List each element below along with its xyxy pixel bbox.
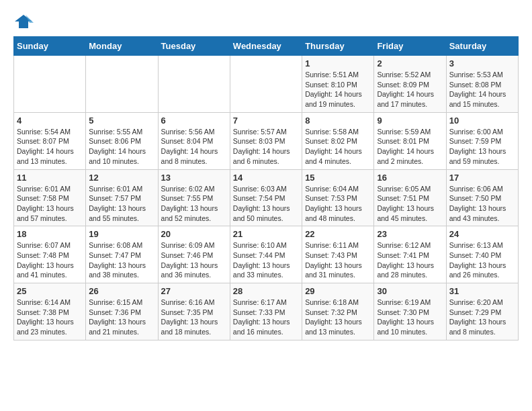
- day-info: Sunrise: 6:10 AM Sunset: 7:44 PM Dayligh…: [233, 240, 299, 280]
- day-info: Sunrise: 6:01 AM Sunset: 7:57 PM Dayligh…: [89, 184, 154, 224]
- day-cell: [14, 56, 86, 113]
- header-monday: Monday: [86, 37, 158, 56]
- day-cell: 2Sunrise: 5:52 AM Sunset: 8:09 PM Daylig…: [374, 56, 446, 113]
- day-info: Sunrise: 6:04 AM Sunset: 7:53 PM Dayligh…: [305, 184, 371, 224]
- day-number: 14: [233, 173, 299, 183]
- day-cell: 29Sunrise: 6:18 AM Sunset: 7:32 PM Dayli…: [302, 283, 374, 340]
- day-number: 12: [89, 173, 154, 183]
- day-number: 22: [305, 229, 371, 239]
- day-cell: [158, 56, 230, 113]
- day-number: 9: [377, 116, 443, 126]
- day-number: 27: [161, 286, 227, 296]
- week-row-2: 4Sunrise: 5:54 AM Sunset: 8:07 PM Daylig…: [14, 112, 519, 169]
- day-info: Sunrise: 6:18 AM Sunset: 7:32 PM Dayligh…: [305, 298, 371, 337]
- day-cell: 25Sunrise: 6:14 AM Sunset: 7:38 PM Dayli…: [14, 283, 86, 340]
- header-sunday: Sunday: [14, 37, 86, 56]
- header-wednesday: Wednesday: [230, 37, 302, 56]
- day-cell: 11Sunrise: 6:01 AM Sunset: 7:58 PM Dayli…: [14, 169, 86, 226]
- day-number: 19: [89, 229, 154, 239]
- day-number: 11: [17, 173, 83, 183]
- day-number: 10: [449, 116, 515, 126]
- day-cell: 13Sunrise: 6:02 AM Sunset: 7:55 PM Dayli…: [158, 169, 230, 226]
- day-number: 18: [17, 229, 83, 239]
- day-info: Sunrise: 6:17 AM Sunset: 7:33 PM Dayligh…: [233, 298, 299, 337]
- day-cell: 27Sunrise: 6:16 AM Sunset: 7:35 PM Dayli…: [158, 283, 230, 340]
- day-cell: 18Sunrise: 6:07 AM Sunset: 7:48 PM Dayli…: [14, 226, 86, 283]
- day-number: 4: [17, 116, 83, 126]
- day-cell: 4Sunrise: 5:54 AM Sunset: 8:07 PM Daylig…: [14, 112, 86, 169]
- day-info: Sunrise: 6:08 AM Sunset: 7:47 PM Dayligh…: [89, 240, 154, 280]
- day-number: 25: [17, 286, 83, 296]
- day-info: Sunrise: 5:54 AM Sunset: 8:07 PM Dayligh…: [17, 127, 83, 167]
- day-number: 3: [449, 58, 515, 68]
- calendar-table: SundayMondayTuesdayWednesdayThursdayFrid…: [13, 36, 519, 340]
- day-number: 6: [161, 116, 227, 126]
- day-cell: 28Sunrise: 6:17 AM Sunset: 7:33 PM Dayli…: [230, 283, 302, 340]
- day-cell: [230, 56, 302, 113]
- day-number: 5: [89, 116, 154, 126]
- week-row-1: 1Sunrise: 5:51 AM Sunset: 8:10 PM Daylig…: [14, 56, 519, 113]
- day-info: Sunrise: 6:06 AM Sunset: 7:50 PM Dayligh…: [449, 184, 515, 224]
- day-info: Sunrise: 6:14 AM Sunset: 7:38 PM Dayligh…: [17, 298, 83, 337]
- day-cell: 20Sunrise: 6:09 AM Sunset: 7:46 PM Dayli…: [158, 226, 230, 283]
- day-cell: 30Sunrise: 6:19 AM Sunset: 7:30 PM Dayli…: [374, 283, 446, 340]
- day-number: 15: [305, 173, 371, 183]
- day-number: 30: [377, 286, 443, 296]
- day-number: 28: [233, 286, 299, 296]
- header-tuesday: Tuesday: [158, 37, 230, 56]
- day-number: 24: [449, 229, 515, 239]
- day-cell: 7Sunrise: 5:57 AM Sunset: 8:03 PM Daylig…: [230, 112, 302, 169]
- day-info: Sunrise: 6:02 AM Sunset: 7:55 PM Dayligh…: [161, 184, 227, 224]
- header-friday: Friday: [374, 37, 446, 56]
- day-info: Sunrise: 6:20 AM Sunset: 7:29 PM Dayligh…: [449, 298, 515, 337]
- week-row-5: 25Sunrise: 6:14 AM Sunset: 7:38 PM Dayli…: [14, 283, 519, 340]
- day-cell: 31Sunrise: 6:20 AM Sunset: 7:29 PM Dayli…: [446, 283, 518, 340]
- day-number: 16: [377, 173, 443, 183]
- day-cell: 19Sunrise: 6:08 AM Sunset: 7:47 PM Dayli…: [86, 226, 158, 283]
- day-cell: 15Sunrise: 6:04 AM Sunset: 7:53 PM Dayli…: [302, 169, 374, 226]
- day-number: 8: [305, 116, 371, 126]
- day-number: 26: [89, 286, 154, 296]
- day-number: 23: [377, 229, 443, 239]
- day-cell: 22Sunrise: 6:11 AM Sunset: 7:43 PM Dayli…: [302, 226, 374, 283]
- day-cell: 14Sunrise: 6:03 AM Sunset: 7:54 PM Dayli…: [230, 169, 302, 226]
- day-cell: 23Sunrise: 6:12 AM Sunset: 7:41 PM Dayli…: [374, 226, 446, 283]
- day-info: Sunrise: 5:57 AM Sunset: 8:03 PM Dayligh…: [233, 127, 299, 167]
- day-info: Sunrise: 5:53 AM Sunset: 8:08 PM Dayligh…: [449, 70, 515, 109]
- day-cell: 1Sunrise: 5:51 AM Sunset: 8:10 PM Daylig…: [302, 56, 374, 113]
- logo: [13, 13, 36, 30]
- day-cell: 6Sunrise: 5:56 AM Sunset: 8:04 PM Daylig…: [158, 112, 230, 169]
- day-info: Sunrise: 6:07 AM Sunset: 7:48 PM Dayligh…: [17, 240, 83, 280]
- day-info: Sunrise: 5:58 AM Sunset: 8:02 PM Dayligh…: [305, 127, 371, 167]
- day-number: 21: [233, 229, 299, 239]
- day-info: Sunrise: 6:13 AM Sunset: 7:40 PM Dayligh…: [449, 240, 515, 280]
- day-info: Sunrise: 5:56 AM Sunset: 8:04 PM Dayligh…: [161, 127, 227, 167]
- day-cell: 12Sunrise: 6:01 AM Sunset: 7:57 PM Dayli…: [86, 169, 158, 226]
- day-number: 7: [233, 116, 299, 126]
- day-cell: 26Sunrise: 6:15 AM Sunset: 7:36 PM Dayli…: [86, 283, 158, 340]
- day-cell: 8Sunrise: 5:58 AM Sunset: 8:02 PM Daylig…: [302, 112, 374, 169]
- logo-icon: [13, 13, 34, 30]
- day-info: Sunrise: 6:05 AM Sunset: 7:51 PM Dayligh…: [377, 184, 443, 224]
- day-info: Sunrise: 6:09 AM Sunset: 7:46 PM Dayligh…: [161, 240, 227, 280]
- day-info: Sunrise: 6:01 AM Sunset: 7:58 PM Dayligh…: [17, 184, 83, 224]
- day-info: Sunrise: 6:03 AM Sunset: 7:54 PM Dayligh…: [233, 184, 299, 224]
- day-info: Sunrise: 6:00 AM Sunset: 7:59 PM Dayligh…: [449, 127, 515, 167]
- day-cell: 3Sunrise: 5:53 AM Sunset: 8:08 PM Daylig…: [446, 56, 518, 113]
- day-info: Sunrise: 5:55 AM Sunset: 8:06 PM Dayligh…: [89, 127, 154, 167]
- day-info: Sunrise: 6:12 AM Sunset: 7:41 PM Dayligh…: [377, 240, 443, 280]
- day-cell: 5Sunrise: 5:55 AM Sunset: 8:06 PM Daylig…: [86, 112, 158, 169]
- day-number: 1: [305, 58, 371, 68]
- day-number: 29: [305, 286, 371, 296]
- week-row-4: 18Sunrise: 6:07 AM Sunset: 7:48 PM Dayli…: [14, 226, 519, 283]
- week-row-3: 11Sunrise: 6:01 AM Sunset: 7:58 PM Dayli…: [14, 169, 519, 226]
- day-info: Sunrise: 5:51 AM Sunset: 8:10 PM Dayligh…: [305, 70, 371, 109]
- day-number: 2: [377, 58, 443, 68]
- day-number: 17: [449, 173, 515, 183]
- header-row: SundayMondayTuesdayWednesdayThursdayFrid…: [14, 37, 519, 56]
- day-cell: 10Sunrise: 6:00 AM Sunset: 7:59 PM Dayli…: [446, 112, 518, 169]
- day-number: 31: [449, 286, 515, 296]
- day-number: 13: [161, 173, 227, 183]
- day-cell: 17Sunrise: 6:06 AM Sunset: 7:50 PM Dayli…: [446, 169, 518, 226]
- day-cell: 21Sunrise: 6:10 AM Sunset: 7:44 PM Dayli…: [230, 226, 302, 283]
